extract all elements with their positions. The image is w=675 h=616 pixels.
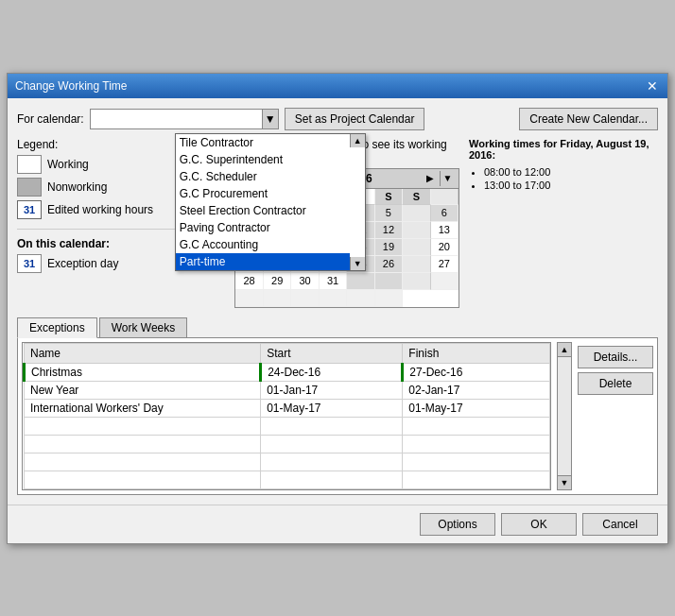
exception-finish-e1 (403, 417, 550, 435)
dropdown-item-steel-erection[interactable]: Steel Erection Contractor (176, 202, 350, 219)
cal-cell-20[interactable]: 20 (431, 239, 459, 256)
cal-scroll-down[interactable]: ▼ (440, 171, 455, 186)
calendar-dropdown-arrow[interactable]: ▼ (262, 109, 279, 129)
exceptions-table: Name Start Finish Christmas 24-Dec-16 27… (23, 343, 550, 489)
bottom-bar: Options OK Cancel (8, 505, 667, 543)
exception-row-empty-1[interactable] (25, 417, 550, 435)
dropdown-scroll-down[interactable]: ▼ (350, 257, 365, 270)
table-scroll-down-btn[interactable]: ▼ (557, 475, 572, 490)
exception-row-empty-2[interactable] (25, 435, 550, 453)
cal-cell-30[interactable]: 30 (291, 273, 319, 290)
legend-box-nonworking (17, 178, 42, 197)
calendar-select-input[interactable]: Part-time (90, 109, 279, 129)
dropdown-item-gc-accounting[interactable]: G.C Accounting (176, 236, 350, 253)
set-project-calendar-button[interactable]: Set as Project Calendar (285, 108, 425, 130)
calendar-select-wrapper: Part-time ▼ ▲ Tile Contractor G.C. Super… (90, 109, 279, 129)
cal-cell-e5[interactable] (320, 290, 347, 307)
exception-name-newyear: New Year (25, 381, 261, 399)
tab-exceptions[interactable]: Exceptions (17, 317, 97, 338)
cal-cell-e2[interactable] (235, 290, 264, 307)
cal-cell-19[interactable]: 19 (375, 239, 403, 256)
working-time-1: 08:00 to 12:00 (484, 166, 658, 178)
legend-edited-label: Edited working hours (47, 203, 153, 216)
exceptions-table-container: Name Start Finish Christmas 24-Dec-16 27… (22, 342, 551, 490)
exception-finish-e3 (403, 453, 550, 471)
exception-start-e4 (261, 471, 403, 488)
legend-box-working (17, 155, 42, 174)
exception-finish-e4 (403, 471, 550, 488)
dropdown-item-gc-superintendent[interactable]: G.C. Superintendent (176, 151, 350, 168)
legend-box-edited: 31 (17, 200, 42, 219)
title-bar: Change Working Time ✕ (8, 74, 667, 98)
cal-cell-29[interactable]: 29 (264, 273, 291, 290)
cal-cell-28[interactable]: 28 (235, 273, 264, 290)
cal-cell-e3[interactable] (264, 290, 291, 307)
cal-cell-5[interactable]: 5 (375, 205, 403, 222)
cal-cell-6[interactable]: 6 (431, 205, 459, 222)
dropdown-item-gc-scheduler[interactable]: G.C. Scheduler (176, 168, 350, 185)
exception-row-empty-3[interactable] (25, 453, 550, 471)
cal-cell-31[interactable]: 31 (320, 273, 347, 290)
cal-cell-e7[interactable] (375, 290, 403, 307)
exception-name-e1 (25, 417, 261, 435)
cal-cell-empty-3[interactable] (375, 273, 403, 290)
cal-cell-e4[interactable] (291, 290, 319, 307)
col-header-start: Start (261, 343, 403, 363)
exception-start-newyear: 01-Jan-17 (261, 381, 403, 399)
exception-start-workers: 01-May-17 (261, 399, 403, 417)
cal-week-4 (403, 239, 430, 256)
exception-start-e2 (261, 435, 403, 453)
ok-button[interactable]: OK (501, 513, 577, 536)
exception-name-e4 (25, 471, 261, 488)
close-button[interactable]: ✕ (645, 79, 660, 93)
details-button[interactable]: Details... (578, 346, 653, 368)
dialog-body: For calendar: Part-time ▼ ▲ Tile Contrac… (8, 98, 667, 505)
table-scroll-track (557, 357, 572, 475)
cal-cell-26[interactable]: 26 (375, 256, 403, 273)
cal-header-sat: S (403, 189, 430, 205)
exception-row-christmas[interactable]: Christmas 24-Dec-16 27-Dec-16 (25, 363, 550, 381)
table-wrapper: Name Start Finish Christmas 24-Dec-16 27… (22, 342, 653, 490)
dropdown-item-paving[interactable]: Paving Contractor (176, 219, 350, 236)
cal-cell-27[interactable]: 27 (431, 256, 459, 273)
tabs-bar: Exceptions Work Weeks (17, 317, 658, 338)
cal-cell-e6[interactable] (347, 290, 374, 307)
cal-cell-empty-2[interactable] (347, 273, 374, 290)
table-scrollbar: ▲ ▼ (557, 342, 572, 490)
delete-button[interactable]: Delete (578, 372, 653, 395)
tab-content-exceptions: Name Start Finish Christmas 24-Dec-16 27… (17, 337, 658, 495)
cal-week-1 (431, 189, 459, 205)
working-time-2: 13:00 to 17:00 (484, 180, 658, 191)
cal-week-6 (403, 273, 430, 290)
exception-start-christmas: 24-Dec-16 (261, 363, 403, 381)
working-times-list: 08:00 to 12:00 13:00 to 17:00 (469, 166, 658, 191)
table-scroll-up-btn[interactable]: ▲ (557, 342, 572, 357)
for-calendar-label: For calendar: (17, 112, 84, 126)
tabs-section: Exceptions Work Weeks Name Start Finish (17, 317, 658, 495)
exception-row-workers-day[interactable]: International Workers' Day 01-May-17 01-… (25, 399, 550, 417)
top-row: For calendar: Part-time ▼ ▲ Tile Contrac… (17, 108, 658, 130)
exception-row-new-year[interactable]: New Year 01-Jan-17 02-Jan-17 (25, 381, 550, 399)
cal-cell-13[interactable]: 13 (431, 222, 459, 239)
tab-work-weeks[interactable]: Work Weeks (99, 317, 188, 338)
cal-cell-12[interactable]: 12 (375, 222, 403, 239)
dropdown-item-gc-procurement[interactable]: G.C Procurement (176, 185, 350, 202)
exception-finish-newyear: 02-Jan-17 (403, 381, 550, 399)
exception-name-e3 (25, 453, 261, 471)
create-new-calendar-button[interactable]: Create New Calendar... (519, 108, 658, 130)
cal-cell-e1[interactable] (431, 273, 459, 290)
exception-name-workers: International Workers' Day (25, 399, 261, 417)
calendar-dropdown-popup: ▲ Tile Contractor G.C. Superintendent G.… (175, 133, 366, 271)
dialog-title: Change Working Time (15, 79, 128, 93)
exception-start-e3 (261, 453, 403, 471)
dropdown-item-tile-contractor[interactable]: Tile Contractor (176, 134, 350, 151)
dialog: Change Working Time ✕ For calendar: Part… (7, 73, 668, 544)
cal-next-btn[interactable]: ▶ (423, 171, 438, 186)
dropdown-scroll-up[interactable]: ▲ (350, 134, 365, 147)
cancel-button[interactable]: Cancel (582, 513, 658, 536)
exception-row-empty-4[interactable] (25, 471, 550, 488)
legend-box-exception: 31 (17, 254, 42, 273)
options-button[interactable]: Options (420, 513, 495, 536)
exception-finish-workers: 01-May-17 (403, 399, 550, 417)
dropdown-item-part-time[interactable]: Part-time (176, 253, 350, 270)
